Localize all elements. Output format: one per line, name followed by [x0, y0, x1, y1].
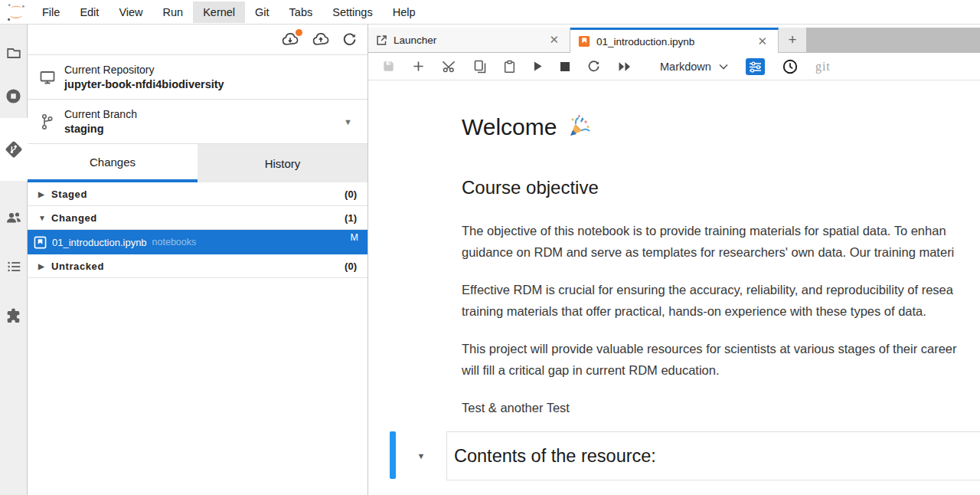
tab-launcher[interactable]: Launcher ✕ — [368, 28, 570, 53]
stop-kernel-button[interactable] — [560, 62, 570, 71]
chevron-down-icon — [719, 64, 728, 70]
untracked-section-row[interactable]: ▶ Untracked (0) — [28, 254, 368, 278]
document-tab-bar: Launcher ✕ 01_introduction.ipynb ✕ + — [368, 25, 980, 53]
menu-tabs[interactable]: Tabs — [279, 2, 323, 23]
cell-heading: Contents of the resource: — [454, 446, 656, 467]
git-branch-icon — [38, 112, 64, 132]
notebook-content: Welcome Course objective — [368, 80, 980, 495]
course-objective-heading: Course objective — [462, 177, 980, 198]
party-popper-emoji — [566, 114, 592, 140]
current-branch-row[interactable]: Current Branch staging ▼ — [28, 100, 368, 144]
staged-collapse-icon[interactable]: ▶ — [38, 190, 51, 198]
active-cell-indicator-bar[interactable] — [390, 431, 396, 479]
copy-cells-button[interactable] — [474, 60, 486, 74]
save-button[interactable] — [382, 60, 395, 73]
cell-type-dropdown[interactable]: Markdown — [660, 61, 728, 73]
changed-file-folder: notebooks — [152, 237, 197, 248]
file-browser-icon[interactable] — [0, 31, 27, 74]
tab-history[interactable]: History — [198, 144, 368, 182]
paste-cells-button[interactable] — [504, 60, 515, 74]
table-of-contents-icon[interactable] — [0, 242, 27, 291]
notebook-file-icon — [34, 236, 47, 249]
launcher-icon — [376, 34, 387, 46]
menu-run[interactable]: Run — [153, 2, 194, 23]
add-cell-button[interactable] — [413, 61, 424, 72]
markdown-cell-box[interactable]: Contents of the resource: — [446, 431, 980, 480]
current-repository-value: jupyter-book-nfdi4biodiversity — [64, 78, 224, 90]
activity-bar — [0, 25, 28, 495]
collaboration-icon[interactable] — [0, 193, 27, 242]
menu-file[interactable]: File — [32, 2, 70, 23]
git-pull-button[interactable] — [281, 32, 299, 48]
staged-label: Staged — [51, 188, 345, 200]
jupyterlab-window: File Edit View Run Kernel Git Tabs Setti… — [0, 0, 980, 495]
cut-cells-button[interactable] — [442, 60, 456, 73]
tab-launcher-close-icon[interactable]: ✕ — [546, 33, 562, 47]
menu-edit[interactable]: Edit — [70, 2, 109, 23]
tab-notebook[interactable]: 01_introduction.ipynb ✕ — [570, 28, 779, 53]
changed-label: Changed — [51, 212, 345, 224]
run-cell-button[interactable] — [533, 61, 543, 72]
tab-notebook-label: 01_introduction.ipynb — [596, 36, 694, 48]
current-branch-value: staging — [64, 123, 137, 135]
current-repository-row[interactable]: Current Repository jupyter-book-nfdi4bio… — [28, 55, 368, 100]
tab-notebook-close-icon[interactable]: ✕ — [754, 34, 770, 48]
tab-launcher-label: Launcher — [394, 34, 436, 46]
restart-kernel-button[interactable] — [587, 60, 600, 73]
git-panel-tabs: Changes History — [28, 144, 368, 182]
staged-count: (0) — [345, 188, 357, 200]
welcome-heading-text: Welcome — [462, 114, 557, 140]
menu-kernel[interactable]: Kernel — [193, 2, 245, 23]
notebook-tab-icon — [578, 35, 590, 48]
cell-settings-button[interactable] — [746, 58, 765, 75]
changed-section-row[interactable]: ▼ Changed (1) — [28, 206, 368, 230]
changed-file-name: 01_introduction.ipynb — [52, 237, 147, 248]
paragraph-1: The objective of this notebook is to pro… — [462, 220, 980, 263]
menu-view[interactable]: View — [109, 2, 152, 23]
new-tab-button[interactable]: + — [779, 28, 806, 53]
desktop-icon — [38, 68, 64, 87]
git-sidebar-toolbar — [28, 25, 368, 55]
history-clock-button[interactable] — [782, 59, 798, 74]
current-repository-label: Current Repository — [64, 64, 224, 76]
git-sidebar: Current Repository jupyter-book-nfdi4bio… — [28, 25, 368, 495]
menu-bar: File Edit View Run Kernel Git Tabs Setti… — [0, 0, 980, 25]
tab-bar-empty-area — [806, 28, 980, 53]
git-panel-icon[interactable] — [0, 121, 28, 178]
extensions-icon[interactable] — [0, 291, 27, 340]
git-status-label: git — [815, 60, 831, 74]
notebook-toolbar: Markdown git — [368, 53, 980, 80]
current-branch-label: Current Branch — [64, 108, 137, 120]
paragraph-2: Effective RDM is crucial for ensuring th… — [462, 279, 980, 322]
cell-type-value: Markdown — [660, 61, 711, 73]
branch-dropdown-caret-icon[interactable]: ▼ — [339, 117, 357, 126]
menu-settings[interactable]: Settings — [322, 2, 382, 23]
untracked-count: (0) — [345, 261, 357, 272]
changed-collapse-icon[interactable]: ▼ — [38, 214, 51, 222]
changed-file-row[interactable]: 01_introduction.ipynb notebooks M — [28, 230, 368, 254]
run-all-cells-button[interactable] — [618, 61, 632, 72]
file-status-badge: M — [351, 230, 358, 243]
refresh-button[interactable] — [342, 32, 357, 47]
jupyter-logo-icon — [0, 2, 32, 22]
cell-collapser-icon[interactable]: ▼ — [396, 431, 446, 480]
paragraph-3: This project will provide valuable resou… — [462, 338, 980, 381]
menu-help[interactable]: Help — [383, 2, 426, 23]
untracked-label: Untracked — [51, 261, 345, 272]
staged-section-row[interactable]: ▶ Staged (0) — [28, 182, 368, 206]
menu-git[interactable]: Git — [245, 2, 279, 23]
running-kernels-icon[interactable] — [0, 74, 27, 118]
changed-count: (1) — [345, 212, 357, 224]
paragraph-4: Test & another Test — [462, 397, 980, 418]
untracked-collapse-icon[interactable]: ▶ — [38, 262, 51, 270]
git-push-button[interactable] — [312, 32, 330, 48]
selected-markdown-cell[interactable]: ▼ Contents of the resource: — [390, 431, 980, 480]
pull-changes-badge — [296, 29, 302, 36]
notebook-title: Welcome — [462, 114, 980, 140]
tab-changes[interactable]: Changes — [28, 144, 198, 182]
